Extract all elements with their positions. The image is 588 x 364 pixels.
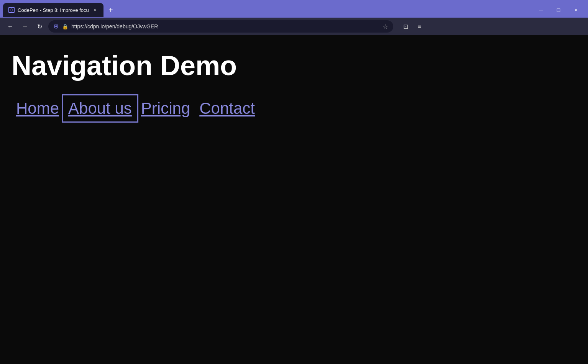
maximize-button[interactable]: □	[550, 1, 567, 19]
browser-chrome: ⬡ CodePen - Step 8: Improve focu × + ─ □…	[0, 0, 588, 35]
bookmark-icon[interactable]: ☆	[383, 23, 388, 30]
tab-favicon: ⬡	[8, 7, 15, 13]
menu-icon[interactable]: ≡	[413, 20, 425, 33]
tab-bar: ⬡ CodePen - Step 8: Improve focu × + ─ □…	[0, 0, 588, 18]
nav-extras: ⊡ ≡	[399, 20, 425, 33]
minimize-button[interactable]: ─	[532, 1, 550, 19]
url-text: https://cdpn.io/pen/debug/OJvwGER	[71, 23, 379, 30]
browser-tab[interactable]: ⬡ CodePen - Step 8: Improve focu ×	[3, 3, 103, 17]
page-content: Navigation Demo Home About us Pricing Co…	[0, 35, 588, 364]
new-tab-button[interactable]: +	[105, 4, 117, 16]
back-button[interactable]: ←	[5, 21, 16, 32]
nav-bar: ← → ↻ ⛨ 🔒 https://cdpn.io/pen/debug/OJvw…	[0, 18, 588, 35]
tab-close-button[interactable]: ×	[92, 7, 98, 13]
shield-icon: ⛨	[54, 23, 59, 30]
address-bar[interactable]: ⛨ 🔒 https://cdpn.io/pen/debug/OJvwGER ☆	[48, 20, 393, 33]
window-controls: ─ □ ×	[532, 1, 585, 19]
pocket-icon[interactable]: ⊡	[399, 20, 412, 33]
main-navigation: Home About us Pricing Contact	[11, 96, 577, 121]
tab-title: CodePen - Step 8: Improve focu	[18, 7, 89, 13]
refresh-button[interactable]: ↻	[34, 21, 45, 32]
nav-link-home[interactable]: Home	[11, 96, 64, 121]
nav-link-pricing[interactable]: Pricing	[136, 96, 195, 121]
nav-link-contact[interactable]: Contact	[195, 96, 260, 121]
lock-icon: 🔒	[62, 24, 68, 30]
close-button[interactable]: ×	[567, 1, 585, 19]
page-title: Navigation Demo	[11, 51, 577, 81]
nav-link-about[interactable]: About us	[64, 96, 136, 121]
forward-button[interactable]: →	[19, 21, 31, 32]
